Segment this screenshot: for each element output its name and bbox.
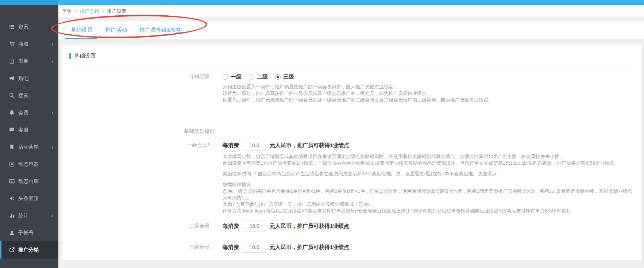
radio-label: 一级 bbox=[231, 73, 242, 80]
description-line: 设置为三级时，推广员直接推广的一级会员以及一级会员推广的二级会员以及二级会员推广… bbox=[223, 97, 634, 103]
field-label-distribution-level: 分销层级： bbox=[69, 73, 215, 80]
reward-row-level2: 二级会员：每消费元人民币，推广员可获得1业绩点 bbox=[69, 220, 634, 232]
reward-row-content: 每消费元人民币，推广员可获得1业绩点 bbox=[223, 242, 349, 253]
sidebar-item-label: 表单 bbox=[18, 58, 28, 65]
reward-suffix-text: 元人民币，推广员可获得1业绩点 bbox=[270, 223, 349, 230]
section-accent-bar bbox=[69, 53, 71, 59]
sidebar-item-search[interactable]: 搜索 bbox=[0, 87, 58, 104]
topbar-logo-segment bbox=[0, 0, 58, 5]
description-line: 计算方式:Math.floor(商品1固定业绩点X*(实际支付N/订单总价M)*… bbox=[223, 208, 634, 214]
container-icon bbox=[9, 161, 15, 167]
reward-row-level3: 三级会员：每消费元人民币，推广员可获得1业绩点 bbox=[69, 241, 634, 253]
gallery-icon bbox=[9, 179, 15, 184]
sidebar-item-promotion[interactable]: 推广分销 bbox=[0, 241, 58, 259]
consume-prefix-text: 每消费 bbox=[223, 244, 239, 251]
breadcrumb: 美物>推广分销>推广设置 bbox=[58, 5, 644, 17]
sidebar-item-container[interactable]: 动态容器 bbox=[0, 156, 58, 173]
divider bbox=[69, 65, 634, 65]
tab-0[interactable]: 基础设置 bbox=[68, 21, 96, 39]
consume-prefix-text: 每消费 bbox=[223, 142, 239, 149]
sidebar-item-service[interactable]: 客服 bbox=[0, 121, 58, 138]
description-line: 允许填写小数，自营店铺商品或其他消费项目在未设置固定业绩点奖励规则时，将使用基础… bbox=[223, 153, 634, 160]
breadcrumb-item[interactable]: 推广分销 bbox=[80, 8, 99, 15]
chevron-right-icon: › bbox=[51, 58, 53, 64]
reward-suffix-text: 元人民币，推广员可获得1业绩点 bbox=[270, 142, 349, 149]
description-line: 奖励结算时间: 1.自营店铺商品交易产生业绩点将在会员完成交易后15日奖励给推广… bbox=[223, 171, 634, 177]
sidebar-item-form[interactable]: 表单› bbox=[0, 53, 58, 70]
required-asterisk: * bbox=[208, 142, 209, 148]
radio-label: 二级 bbox=[257, 73, 268, 80]
level2-amount-input[interactable] bbox=[243, 221, 266, 231]
sidebar-item-label: 动态容器 bbox=[18, 161, 39, 168]
sidebar-item-stats[interactable]: 统计› bbox=[0, 207, 58, 224]
tab-2[interactable]: 推广员等级&权益 bbox=[136, 21, 185, 39]
spacer-strip bbox=[58, 39, 644, 45]
distribution-level-row: 分销层级： 一级二级三级 bbox=[69, 73, 634, 81]
distribution-level-description: 分销层级设置为一级时，推广员直接推广的一级会员消费，能为推广员提供业绩点；设置为… bbox=[223, 84, 634, 103]
field-label-level3: 三级会员： bbox=[69, 244, 215, 250]
reward-description-block: 极端特殊情况:条件:一级会员购买订单包含商品1单价A元×2件，商品2单价B元×1… bbox=[223, 181, 634, 214]
sidebar-item-news[interactable]: 资讯 bbox=[0, 18, 58, 35]
reward-group-label: 基础奖励规则 bbox=[69, 128, 215, 135]
sidebar-item-label: 头条置顶 bbox=[18, 195, 39, 202]
sidebar-item-label: 活动营销 bbox=[18, 144, 39, 150]
stats-icon bbox=[9, 213, 15, 218]
search-icon bbox=[9, 93, 15, 98]
sidebar-item-label: 子帐号 bbox=[18, 230, 34, 236]
cart-icon bbox=[9, 41, 15, 47]
user-icon bbox=[9, 230, 15, 236]
sidebar-item-headline[interactable]: 头条置顶 bbox=[0, 190, 58, 207]
radio-option-三级[interactable]: 三级 bbox=[275, 73, 294, 80]
reward-description-block: 允许填写小数，自营店铺商品或其他消费项目在未设置固定业绩点奖励规则时，将使用基础… bbox=[223, 153, 634, 166]
radio-icon[interactable] bbox=[249, 74, 254, 80]
spacer-strip bbox=[58, 17, 644, 21]
topbar bbox=[0, 0, 644, 5]
field-label-level1: 一级会员*： bbox=[69, 142, 215, 149]
section-header: 基础设置 bbox=[69, 53, 634, 59]
sidebar-item-subaccount[interactable]: 子帐号 bbox=[0, 224, 58, 241]
radio-icon[interactable] bbox=[223, 74, 228, 80]
tab-bar: 基础设置推广活动推广员等级&权益 bbox=[58, 21, 644, 39]
reward-description-block: 奖励结算时间: 1.自营店铺商品交易产生业绩点将在会员完成交易后15日奖励给推广… bbox=[223, 171, 634, 177]
chevron-right-icon: › bbox=[51, 144, 53, 150]
sidebar-item-label: 客服 bbox=[18, 127, 28, 133]
sidebar-item-gallery[interactable]: 动态画廊 bbox=[0, 173, 58, 190]
sidebar-item-tieba[interactable]: 贴吧 bbox=[0, 70, 58, 87]
bookmark-icon bbox=[9, 144, 15, 150]
megaphone-icon bbox=[9, 76, 15, 81]
tab-1[interactable]: 推广活动 bbox=[102, 21, 130, 39]
sidebar-item-member[interactable]: 会员› bbox=[0, 104, 58, 121]
chevron-right-icon: › bbox=[51, 110, 53, 116]
sidebar-item-label: 商城 bbox=[18, 41, 28, 47]
sidebar-item-label: 统计 bbox=[18, 213, 28, 219]
reward-row-level1: 一级会员*：每消费元人民币，推广员可获得1业绩点 bbox=[69, 139, 634, 151]
settings-panel: 基础设置 分销层级： 一级二级三级 分销层级设置为一级时，推广员直接推广的一级会… bbox=[62, 45, 641, 260]
description-line: 条件:一级会员购买订单包含商品1单价A元×2件，商品2单价B元×1件，订单总价M… bbox=[223, 188, 634, 201]
chevron-right-icon: › bbox=[51, 41, 53, 47]
description-line: 奖励Y点且不参与推广员等级上浮，推广员为铂金等级业绩提成上浮3%。 bbox=[223, 201, 634, 208]
radio-option-一级[interactable]: 一级 bbox=[223, 73, 242, 80]
sidebar-item-marketing[interactable]: 活动营销› bbox=[0, 138, 58, 156]
level1-amount-input[interactable] bbox=[243, 140, 266, 151]
breadcrumb-item: 推广设置 bbox=[107, 8, 126, 15]
sidebar-item-label: 会员 bbox=[18, 110, 28, 116]
consume-prefix-text: 每消费 bbox=[223, 223, 239, 230]
section-title: 基础设置 bbox=[74, 53, 96, 60]
radio-label: 三级 bbox=[283, 73, 294, 80]
description-line: 分销层级设置为一级时，推广员直接推广的一级会员消费，能为推广员提供业绩点； bbox=[223, 84, 634, 90]
field-label-level2: 二级会员： bbox=[69, 223, 215, 229]
description-line: 设置为二级时，推广员直接推广的一级会员以及一级会员推广的二级会员，能为推广员提供… bbox=[223, 90, 634, 97]
breadcrumb-item: 美物 bbox=[62, 8, 72, 15]
reward-row-content: 每消费元人民币，推广员可获得1业绩点 bbox=[223, 221, 349, 231]
sidebar-item-label: 动态画廊 bbox=[18, 178, 39, 185]
sidebar-item-label: 推广分销 bbox=[18, 247, 39, 253]
level3-amount-input[interactable] bbox=[243, 242, 266, 253]
form-icon bbox=[9, 58, 15, 64]
reward-group-row: 基础奖励规则 bbox=[69, 128, 634, 135]
radio-option-二级[interactable]: 二级 bbox=[249, 73, 268, 80]
distribution-level-options: 一级二级三级 bbox=[223, 73, 301, 80]
description-line: 例如设置为每消费1元推广员可获的1业绩点，一级会员在自营店铺购买未设置固定业绩点… bbox=[223, 160, 634, 166]
sidebar-item-mall[interactable]: 商城› bbox=[0, 35, 58, 53]
radio-icon[interactable] bbox=[275, 74, 281, 80]
sidebar-item-label: 搜索 bbox=[18, 92, 28, 99]
